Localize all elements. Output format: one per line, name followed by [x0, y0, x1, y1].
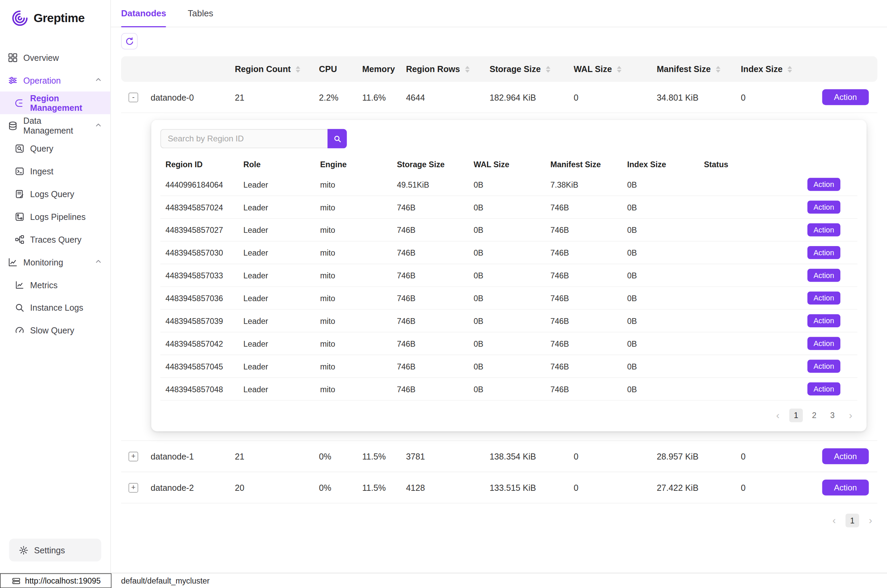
- column-label: Memory: [362, 64, 395, 74]
- action-button[interactable]: Action: [822, 480, 869, 495]
- sort-icon[interactable]: [296, 66, 300, 72]
- sidebar: Greptime Overview Operation Region Manag…: [0, 0, 111, 573]
- page-button-1[interactable]: 1: [845, 514, 859, 527]
- status-bar: http://localhost:19095 default/default_m…: [0, 573, 887, 588]
- storage-size: 746B: [397, 225, 474, 234]
- column-label: Manifest Size: [657, 64, 711, 74]
- sort-icon[interactable]: [465, 66, 470, 72]
- sort-icon[interactable]: [617, 66, 621, 72]
- storage-size-value: 138.354 KiB: [489, 452, 573, 461]
- sidebar-item-region-management[interactable]: Region Management: [0, 92, 110, 114]
- region-id: 4483945857039: [160, 316, 243, 325]
- storage-size: 49.51KiB: [397, 180, 474, 189]
- column-label: CPU: [319, 64, 337, 74]
- sidebar-item-logs-query[interactable]: Logs Query: [0, 183, 110, 205]
- sidebar-item-overview[interactable]: Overview: [0, 46, 110, 69]
- sidebar-item-metrics[interactable]: Metrics: [0, 273, 110, 296]
- region-row: 4483945857039 Leader mito 746B 0B 746B 0…: [160, 310, 857, 332]
- action-button[interactable]: Action: [807, 292, 840, 304]
- role: Leader: [244, 293, 320, 303]
- sidebar-item-label: Region Management: [30, 93, 102, 112]
- region-id: 4440996184064: [160, 180, 243, 189]
- expand-row-button[interactable]: +: [129, 483, 138, 492]
- server-icon: [12, 576, 20, 585]
- sidebar-section-monitoring[interactable]: Monitoring: [0, 250, 110, 273]
- wal-size: 0B: [474, 339, 551, 348]
- expand-row-button[interactable]: +: [129, 452, 138, 461]
- sort-icon[interactable]: [546, 66, 550, 72]
- action-button[interactable]: Action: [807, 178, 840, 190]
- refresh-button[interactable]: [121, 33, 137, 49]
- memory-value: 11.6%: [362, 93, 406, 102]
- column-header-index-size: Index Size: [627, 160, 704, 169]
- column-header-manifest-size[interactable]: Manifest Size: [657, 64, 741, 74]
- action-button[interactable]: Action: [807, 269, 840, 282]
- manifest-size-value: 28.957 KiB: [657, 452, 741, 461]
- engine: mito: [320, 339, 397, 348]
- datanode-name: datanode-1: [144, 452, 235, 461]
- sidebar-item-ingest[interactable]: Ingest: [0, 160, 110, 183]
- sidebar-item-slow-query[interactable]: Slow Query: [0, 319, 110, 342]
- sidebar-section-operation[interactable]: Operation: [0, 69, 110, 92]
- instance-logs-icon: [15, 303, 24, 312]
- next-page-button[interactable]: ›: [863, 514, 877, 527]
- datanode-name: datanode-2: [144, 483, 235, 492]
- action-button[interactable]: Action: [822, 89, 869, 105]
- main-area: Datanodes Tables Region Count: [111, 0, 887, 573]
- sidebar-item-instance-logs[interactable]: Instance Logs: [0, 296, 110, 319]
- collapse-row-button[interactable]: -: [129, 93, 138, 102]
- region-id: 4483945857027: [160, 225, 243, 234]
- region-search-input[interactable]: [160, 129, 328, 148]
- datanode-row: - datanode-0 21 2.2% 11.6% 4644 182.964 …: [121, 82, 877, 113]
- action-button[interactable]: Action: [822, 448, 869, 464]
- action-button[interactable]: Action: [807, 382, 840, 395]
- action-button[interactable]: Action: [807, 337, 840, 350]
- action-button[interactable]: Action: [807, 246, 840, 259]
- storage-size: 746B: [397, 293, 474, 303]
- datanode-name: datanode-0: [144, 93, 235, 102]
- page-button-2[interactable]: 2: [807, 408, 821, 422]
- sort-icon[interactable]: [716, 66, 720, 72]
- sidebar-item-label: Metrics: [30, 280, 58, 289]
- datanode-row: + datanode-1 21 0% 11.5% 3781 138.354 Ki…: [121, 441, 877, 472]
- column-header-wal-size[interactable]: WAL Size: [574, 64, 657, 74]
- action-button[interactable]: Action: [807, 314, 840, 327]
- sidebar-item-query[interactable]: Query: [0, 137, 110, 160]
- sort-icon[interactable]: [788, 66, 792, 72]
- sidebar-section-data-management[interactable]: Data Management: [0, 114, 110, 137]
- region-row: 4483945857042 Leader mito 746B 0B 746B 0…: [160, 332, 857, 355]
- sidebar-item-label: Logs Query: [30, 189, 75, 198]
- region-rows-value: 3781: [406, 452, 490, 461]
- slow-query-icon: [15, 325, 24, 335]
- wal-size: 0B: [474, 248, 551, 257]
- index-size: 0B: [627, 271, 704, 280]
- region-pagination: ‹ 1 2 3 ›: [160, 408, 857, 422]
- index-size-value: 0: [741, 452, 815, 461]
- engine: mito: [320, 362, 397, 371]
- logs-pipelines-icon: [15, 212, 24, 221]
- search-button[interactable]: [328, 129, 347, 148]
- settings-button[interactable]: Settings: [9, 539, 101, 561]
- column-header-region-count[interactable]: Region Count: [235, 64, 319, 74]
- region-row: 4483945857045 Leader mito 746B 0B 746B 0…: [160, 355, 857, 378]
- prev-page-button[interactable]: ‹: [771, 408, 785, 422]
- page-button-3[interactable]: 3: [825, 408, 839, 422]
- page-button-1[interactable]: 1: [789, 408, 803, 422]
- host-selector[interactable]: http://localhost:19095: [0, 573, 111, 588]
- storage-size: 746B: [397, 202, 474, 212]
- action-button[interactable]: Action: [807, 201, 840, 213]
- tab-datanodes[interactable]: Datanodes: [121, 0, 166, 27]
- sidebar-item-logs-pipelines[interactable]: Logs Pipelines: [0, 205, 110, 228]
- sidebar-item-traces-query[interactable]: Traces Query: [0, 228, 110, 250]
- next-page-button[interactable]: ›: [844, 408, 857, 422]
- action-button[interactable]: Action: [807, 360, 840, 372]
- column-header-index-size[interactable]: Index Size: [741, 64, 815, 74]
- tab-tables[interactable]: Tables: [188, 0, 213, 27]
- sidebar-item-label: Traces Query: [30, 234, 82, 244]
- prev-page-button[interactable]: ‹: [827, 514, 841, 527]
- action-button[interactable]: Action: [807, 223, 840, 236]
- region-card: Region ID Role Engine Storage Size WAL S…: [151, 120, 867, 431]
- column-header-region-rows[interactable]: Region Rows: [406, 64, 490, 74]
- column-header-storage-size[interactable]: Storage Size: [489, 64, 573, 74]
- role: Leader: [244, 202, 320, 212]
